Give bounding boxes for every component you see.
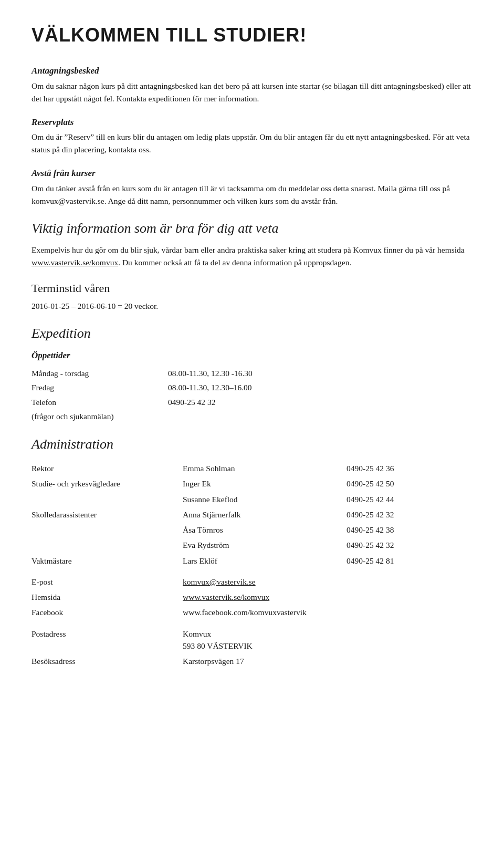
epost-link[interactable]: komvux@vastervik.se — [183, 577, 256, 586]
hemsida-value[interactable]: www.vastervik.se/komvux — [183, 589, 472, 605]
telefon-label: Telefon — [32, 395, 168, 409]
avsta-section: Avstå från kurser Om du tänker avstå frå… — [32, 167, 472, 207]
viktig-body: Exempelvis hur du gör om du blir sjuk, v… — [32, 244, 472, 269]
admin-row-postadress: Postadress Komvux 593 80 VÄSTERVIK — [32, 626, 472, 654]
admin-row-hemsida: Hemsida www.vastervik.se/komvux — [32, 589, 472, 605]
admin-row-skolledare-3: Eva Rydström 0490-25 42 32 — [32, 537, 472, 553]
spacer-row — [32, 568, 472, 574]
postadress-label: Postadress — [32, 626, 183, 654]
oppettider-heading: Öppettider — [32, 349, 472, 362]
opening-label-friday: Fredag — [32, 380, 168, 394]
admin-phone-vaktmastare-0: 0490-25 42 81 — [346, 553, 472, 568]
avsta-body: Om du tänker avstå från en kurs som du ä… — [32, 182, 472, 207]
spacer-row-2 — [32, 620, 472, 626]
viktig-section: Viktig information som är bra för dig at… — [32, 218, 472, 269]
opening-row-monday: Måndag - torsdag 08.00-11.30, 12.30 -16.… — [32, 366, 472, 380]
terminstid-body: 2016-01-25 – 2016-06-10 = 20 veckor. — [32, 300, 472, 313]
administration-heading: Administration — [32, 434, 472, 454]
admin-name-studievagledare-1: Susanne Ekeflod — [183, 492, 346, 507]
viktig-body-1: Exempelvis hur du gör om du blir sjuk, v… — [32, 245, 465, 254]
avsta-heading: Avstå från kurser — [32, 167, 472, 180]
admin-phone-skolledare-2: 0490-25 42 32 — [346, 537, 472, 553]
admin-table: Rektor Emma Sohlman 0490-25 42 36 Studie… — [32, 461, 472, 669]
admin-name-skolledare-1: Åsa Törnros — [183, 522, 346, 537]
telefon-sublabel: (frågor och sjukanmälan) — [32, 409, 168, 423]
admin-name-vaktmastare-0: Lars Eklöf — [183, 553, 346, 568]
opening-label-monday: Måndag - torsdag — [32, 366, 168, 380]
admin-row-rektor: Rektor Emma Sohlman 0490-25 42 36 — [32, 461, 472, 476]
epost-value[interactable]: komvux@vastervik.se — [183, 574, 472, 589]
facebook-label: Facebook — [32, 605, 183, 620]
admin-row-vaktmastare: Vaktmästare Lars Eklöf 0490-25 42 81 — [32, 553, 472, 568]
telefon-value: 0490-25 42 32 — [168, 395, 472, 409]
reservplats-heading: Reservplats — [32, 116, 472, 129]
antagningsbesked-section: Antagningsbesked Om du saknar någon kurs… — [32, 64, 472, 105]
admin-phone-skolledare-1: 0490-25 42 38 — [346, 522, 472, 537]
terminstid-section: Terminstid våren 2016-01-25 – 2016-06-10… — [32, 279, 472, 313]
hemsida-label: Hemsida — [32, 589, 183, 605]
besoksadress-value: Karstorpsvägen 17 — [183, 653, 472, 669]
admin-row-epost: E-post komvux@vastervik.se — [32, 574, 472, 589]
admin-name-rektor-0: Emma Sohlman — [183, 461, 346, 476]
admin-row-studievagledare-1: Studie- och yrkesvägledare Inger Ek 0490… — [32, 476, 472, 491]
admin-name-skolledare-0: Anna Stjärnerfalk — [183, 507, 346, 522]
reservplats-section: Reservplats Om du är ”Reserv” till en ku… — [32, 116, 472, 157]
telefon-row: Telefon 0490-25 42 32 — [32, 395, 472, 409]
telefon-sub-row: (frågor och sjukanmälan) — [32, 409, 472, 423]
postadress-line-1: Komvux — [183, 628, 472, 640]
postadress-line-2: 593 80 VÄSTERVIK — [183, 640, 472, 652]
viktig-hemsida-link[interactable]: www.vastervik.se/komvux — [32, 258, 118, 267]
admin-phone-studievagledare-0: 0490-25 42 50 — [346, 476, 472, 491]
admin-row-studievagledare-2: Susanne Ekeflod 0490-25 42 44 — [32, 492, 472, 507]
administration-section: Administration Rektor Emma Sohlman 0490-… — [32, 434, 472, 669]
epost-label: E-post — [32, 574, 183, 589]
admin-phone-studievagledare-1: 0490-25 42 44 — [346, 492, 472, 507]
expedition-section: Expedition Öppettider Måndag - torsdag 0… — [32, 323, 472, 424]
admin-phone-rektor-0: 0490-25 42 36 — [346, 461, 472, 476]
admin-row-besoksadress: Besöksadress Karstorpsvägen 17 — [32, 653, 472, 669]
admin-row-skolledare-2: Åsa Törnros 0490-25 42 38 — [32, 522, 472, 537]
opening-value-monday: 08.00-11.30, 12.30 -16.30 — [168, 366, 472, 380]
admin-role-studievagledare: Studie- och yrkesvägledare — [32, 476, 183, 491]
admin-role-skolledare: Skolledarassistenter — [32, 507, 183, 522]
page-title: VÄLKOMMEN TILL STUDIER! — [32, 21, 472, 49]
admin-role-vaktmastare: Vaktmästare — [32, 553, 183, 568]
admin-role-rektor: Rektor — [32, 461, 183, 476]
besoksadress-label: Besöksadress — [32, 653, 183, 669]
postadress-value: Komvux 593 80 VÄSTERVIK — [183, 626, 472, 654]
viktig-body-2: . Du kommer också att få ta del av denna… — [118, 258, 351, 267]
terminstid-heading: Terminstid våren — [32, 279, 472, 297]
hemsida-link[interactable]: www.vastervik.se/komvux — [183, 593, 269, 601]
admin-name-skolledare-2: Eva Rydström — [183, 537, 346, 553]
admin-row-facebook: Facebook www.facebook.com/komvuxvastervi… — [32, 605, 472, 620]
opening-hours-table: Måndag - torsdag 08.00-11.30, 12.30 -16.… — [32, 366, 472, 423]
expedition-heading: Expedition — [32, 323, 472, 344]
admin-phone-skolledare-0: 0490-25 42 32 — [346, 507, 472, 522]
reservplats-body: Om du är ”Reserv” till en kurs blir du a… — [32, 131, 472, 156]
admin-row-skolledare-1: Skolledarassistenter Anna Stjärnerfalk 0… — [32, 507, 472, 522]
antagningsbesked-body: Om du saknar någon kurs på ditt antagnin… — [32, 80, 472, 105]
opening-value-friday: 08.00-11.30, 12.30–16.00 — [168, 380, 472, 394]
facebook-value: www.facebook.com/komvuxvastervik — [183, 605, 472, 620]
viktig-heading: Viktig information som är bra för dig at… — [32, 218, 472, 238]
antagningsbesked-heading: Antagningsbesked — [32, 64, 472, 78]
admin-name-studievagledare-0: Inger Ek — [183, 476, 346, 491]
opening-row-friday: Fredag 08.00-11.30, 12.30–16.00 — [32, 380, 472, 394]
